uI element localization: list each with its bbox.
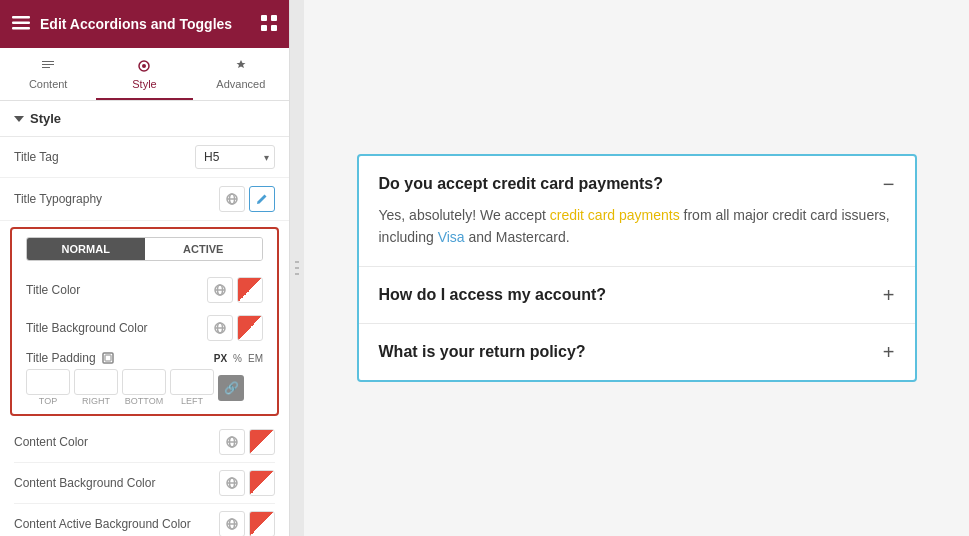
- accordion-widget: Do you accept credit card payments? − Ye…: [357, 154, 917, 383]
- accordion-header-3[interactable]: What is your return policy? +: [379, 342, 895, 362]
- svg-rect-0: [12, 16, 30, 19]
- svg-point-30: [295, 261, 297, 263]
- style-section-label: Style: [30, 111, 61, 126]
- content-bg-picker-btn[interactable]: [249, 470, 275, 496]
- padding-right-label: RIGHT: [82, 396, 110, 406]
- right-panel: Do you accept credit card payments? − Ye…: [304, 0, 969, 536]
- content-bg-global-btn[interactable]: [219, 470, 245, 496]
- content-color-row: Content Color: [14, 422, 275, 463]
- title-bg-global-btn[interactable]: [207, 315, 233, 341]
- panel-header: Edit Accordions and Toggles: [0, 0, 289, 48]
- content-bg-color-label: Content Background Color: [14, 476, 155, 490]
- menu-icon[interactable]: [12, 16, 30, 33]
- content-active-bg-controls: [219, 511, 275, 536]
- padding-inputs: TOP RIGHT BOTTOM LEFT 🔗: [26, 369, 263, 406]
- accordion-title-2: How do I access my account?: [379, 286, 607, 304]
- svg-point-35: [297, 273, 299, 275]
- bottom-fields: Content Color Content Background Color: [0, 422, 289, 536]
- svg-rect-2: [12, 27, 30, 30]
- accordion-item-1: Do you accept credit card payments? − Ye…: [359, 156, 915, 268]
- accordion-title-1: Do you accept credit card payments?: [379, 175, 664, 193]
- padding-right-wrap: RIGHT: [74, 369, 118, 406]
- content-active-bg-label: Content Active Background Color: [14, 517, 191, 531]
- svg-point-33: [297, 261, 299, 263]
- title-color-global-btn[interactable]: [207, 277, 233, 303]
- padding-link-btn[interactable]: 🔗: [218, 375, 244, 401]
- padding-left-input[interactable]: [170, 369, 214, 395]
- content-color-global-btn[interactable]: [219, 429, 245, 455]
- tab-style-label: Style: [132, 78, 156, 90]
- svg-point-31: [295, 267, 297, 269]
- accordion-header-1[interactable]: Do you accept credit card payments? −: [379, 174, 895, 194]
- content-color-label: Content Color: [14, 435, 88, 449]
- padding-bottom-wrap: BOTTOM: [122, 369, 166, 406]
- padding-label-row: Title Padding PX % EM: [26, 351, 263, 365]
- title-color-picker-btn[interactable]: [237, 277, 263, 303]
- accordion-item-2: How do I access my account? +: [359, 267, 915, 324]
- svg-point-32: [295, 273, 297, 275]
- title-color-label: Title Color: [26, 283, 80, 297]
- svg-point-8: [142, 64, 146, 68]
- content-active-bg-row: Content Active Background Color: [14, 504, 275, 536]
- padding-top-wrap: TOP: [26, 369, 70, 406]
- padding-left-label: LEFT: [181, 396, 203, 406]
- padding-right-input[interactable]: [74, 369, 118, 395]
- title-color-controls: [207, 277, 263, 303]
- accordion-title-3: What is your return policy?: [379, 343, 586, 361]
- content-active-global-btn[interactable]: [219, 511, 245, 536]
- normal-active-toggle: NORMAL ACTIVE: [26, 237, 263, 261]
- padding-top-label: TOP: [39, 396, 57, 406]
- svg-rect-5: [261, 25, 267, 31]
- title-tag-row: Title Tag H5 H1H2H3H4H6 ▾: [0, 137, 289, 178]
- title-typography-label: Title Typography: [14, 192, 102, 206]
- title-typography-row: Title Typography: [0, 178, 289, 221]
- unit-em[interactable]: EM: [248, 353, 263, 364]
- toggle-normal[interactable]: NORMAL: [27, 238, 145, 260]
- tab-style[interactable]: Style: [96, 48, 192, 100]
- title-tag-select[interactable]: H5 H1H2H3H4H6: [195, 145, 275, 169]
- content-color-picker-btn[interactable]: [249, 429, 275, 455]
- unit-px[interactable]: PX: [214, 353, 227, 364]
- tab-bar: Content Style Advanced: [0, 48, 289, 101]
- title-padding-label: Title Padding: [26, 351, 96, 365]
- svg-point-34: [297, 267, 299, 269]
- title-tag-select-wrapper: H5 H1H2H3H4H6 ▾: [195, 145, 275, 169]
- tab-advanced-label: Advanced: [216, 78, 265, 90]
- svg-rect-20: [105, 355, 111, 361]
- tab-content-label: Content: [29, 78, 68, 90]
- content-text-normal-1: Yes, absolutely! We accept: [379, 207, 550, 223]
- svg-rect-6: [271, 25, 277, 31]
- accordion-plus-icon-2: +: [883, 285, 895, 305]
- accordion-minus-icon: −: [883, 174, 895, 194]
- left-panel: Edit Accordions and Toggles Content Styl…: [0, 0, 290, 536]
- title-bg-color-label: Title Background Color: [26, 321, 148, 335]
- svg-marker-9: [14, 116, 24, 122]
- padding-bottom-input[interactable]: [122, 369, 166, 395]
- grid-icon[interactable]: [261, 15, 277, 34]
- accordion-content-1: Yes, absolutely! We accept credit card p…: [379, 204, 895, 249]
- title-bg-color-row: Title Background Color: [26, 309, 263, 347]
- toggle-active[interactable]: ACTIVE: [145, 238, 263, 260]
- panel-body: Style Title Tag H5 H1H2H3H4H6 ▾ Title Ty…: [0, 101, 289, 536]
- toggle-section: NORMAL ACTIVE Title Color: [10, 227, 279, 416]
- content-text-highlight: credit card payments: [550, 207, 680, 223]
- content-active-picker-btn[interactable]: [249, 511, 275, 536]
- tab-content[interactable]: Content: [0, 48, 96, 100]
- content-text-blue: Visa: [438, 229, 465, 245]
- content-bg-controls: [219, 470, 275, 496]
- svg-rect-4: [271, 15, 277, 21]
- unit-percent[interactable]: %: [233, 353, 242, 364]
- title-bg-picker-btn[interactable]: [237, 315, 263, 341]
- title-bg-color-controls: [207, 315, 263, 341]
- typography-global-btn[interactable]: [219, 186, 245, 212]
- padding-top-input[interactable]: [26, 369, 70, 395]
- padding-units: PX % EM: [214, 353, 263, 364]
- content-bg-color-row: Content Background Color: [14, 463, 275, 504]
- accordion-header-2[interactable]: How do I access my account? +: [379, 285, 895, 305]
- style-section-header: Style: [0, 101, 289, 137]
- typography-controls: [219, 186, 275, 212]
- content-color-controls: [219, 429, 275, 455]
- tab-advanced[interactable]: Advanced: [193, 48, 289, 100]
- typography-edit-btn[interactable]: [249, 186, 275, 212]
- resize-handle[interactable]: [290, 0, 304, 536]
